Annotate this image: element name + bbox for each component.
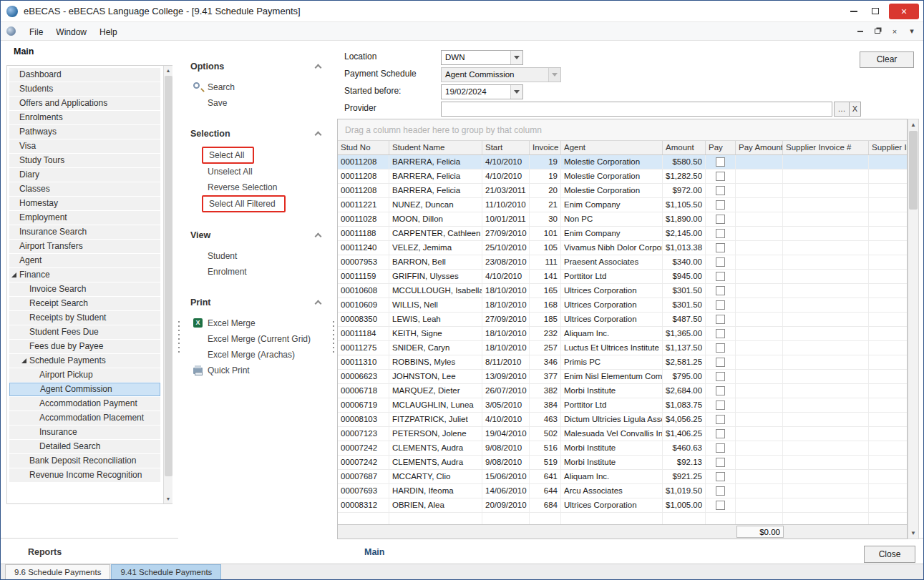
scroll-down-icon[interactable]: ▼ xyxy=(164,494,172,503)
maximize-button[interactable] xyxy=(865,1,886,21)
location-dropdown-button[interactable] xyxy=(510,51,522,64)
scroll-up-icon[interactable]: ▲ xyxy=(164,66,172,75)
sidebar-item-students[interactable]: Students xyxy=(9,82,160,96)
pay-checkbox[interactable] xyxy=(716,415,725,424)
table-row[interactable]: 00006623JOHNSTON, Lee13/09/2010377Enim N… xyxy=(338,370,907,384)
table-row[interactable]: 00011310ROBBINS, Myles8/11/2010346Primis… xyxy=(338,355,907,370)
sidebar-item-airport-transfers[interactable]: Airport Transfers xyxy=(9,240,160,253)
tab-9-41-schedule-payments[interactable]: 9.41 Schedule Payments xyxy=(111,564,221,579)
table-row[interactable]: 00011208BARRERA, Felicia21/03/201120Mole… xyxy=(338,184,907,198)
group-header-view[interactable]: View xyxy=(190,228,331,242)
table-row[interactable]: 00007242CLEMENTS, Audra9/08/2010519Morbi… xyxy=(338,456,907,470)
sidebar-item-diary[interactable]: Diary xyxy=(9,168,160,182)
action-excel-merge-arachas[interactable]: Excel Merge (Arachas) xyxy=(190,347,331,363)
group-header-options[interactable]: Options xyxy=(190,59,331,74)
sidebar-item-bank-deposit-reconciliation[interactable]: Bank Deposit Reconciliation xyxy=(9,454,160,468)
pay-checkbox[interactable] xyxy=(716,443,725,453)
provider-browse-button[interactable]: … xyxy=(834,102,850,117)
group-header-selection[interactable]: Selection xyxy=(190,127,331,141)
action-reverse-selection[interactable]: Reverse Selection xyxy=(190,180,331,195)
scrollbar-thumb[interactable] xyxy=(165,76,172,476)
sidebar-item-employment[interactable]: Employment xyxy=(9,211,160,225)
sidebar-item-agent[interactable]: Agent xyxy=(9,254,160,267)
sidebar-item-accommodation-placement[interactable]: Accommodation Placement xyxy=(9,411,160,425)
table-row[interactable]: 00011221NUNEZ, Duncan11/10/201021Enim Co… xyxy=(338,198,907,212)
action-student[interactable]: Student xyxy=(190,248,331,264)
column-header-amount[interactable]: Amount xyxy=(663,141,706,154)
column-header-pay[interactable]: Pay xyxy=(706,141,736,154)
provider-input[interactable] xyxy=(441,102,832,117)
sidebar-item-detailed-search[interactable]: Detailed Search xyxy=(9,440,160,453)
sidebar-item-classes[interactable]: Classes xyxy=(9,182,160,196)
started-before-select[interactable]: 19/02/2024 xyxy=(441,84,523,99)
sidebar-item-insurance[interactable]: Insurance xyxy=(9,426,160,439)
pay-checkbox[interactable] xyxy=(716,157,725,167)
clear-button[interactable]: Clear xyxy=(860,51,914,68)
sidebar-item-fees-due-by-payee[interactable]: Fees due by Payee xyxy=(9,340,160,353)
action-unselect-all[interactable]: Unselect All xyxy=(190,164,331,180)
pay-checkbox[interactable] xyxy=(716,501,725,510)
sidebar-item-study-tours[interactable]: Study Tours xyxy=(9,154,160,167)
sidebar-item-offers-and-applications[interactable]: Offers and Applications xyxy=(9,97,160,110)
splitter-handle-right[interactable] xyxy=(332,320,335,353)
table-row[interactable]: 00011184KEITH, Signe18/10/2010232Aliquam… xyxy=(338,327,907,341)
table-row[interactable]: 00008103FITZPATRICK, Juliet4/10/2010463D… xyxy=(338,413,907,427)
table-row[interactable]: 00006718MARQUEZ, Dieter26/07/2010382Morb… xyxy=(338,384,907,398)
table-row[interactable]: 00011240VELEZ, Jemima25/10/2010105Vivamu… xyxy=(338,241,907,255)
action-excel-merge[interactable]: XExcel Merge xyxy=(190,315,331,331)
pay-checkbox[interactable] xyxy=(716,172,725,181)
pay-checkbox[interactable] xyxy=(716,272,725,281)
column-header-stud-no[interactable]: Stud No xyxy=(338,141,389,154)
pay-checkbox[interactable] xyxy=(716,458,725,467)
column-header-supplier-inv[interactable]: Supplier Inv xyxy=(869,141,907,154)
tab-9-6-schedule-payments[interactable]: 9.6 Schedule Payments xyxy=(5,564,110,579)
pay-checkbox[interactable] xyxy=(716,400,725,410)
sidebar-item-agent-commission[interactable]: Agent Commission xyxy=(9,383,160,396)
pay-checkbox[interactable] xyxy=(716,372,725,381)
sidebar-item-homestay[interactable]: Homestay xyxy=(9,197,160,210)
sidebar-scrollbar[interactable]: ▲ ▼ xyxy=(163,66,172,503)
table-row[interactable]: 00011208BARRERA, Felicia4/10/201019Moles… xyxy=(338,169,907,184)
pay-checkbox[interactable] xyxy=(716,429,725,438)
action-save[interactable]: Save xyxy=(190,95,331,111)
pay-checkbox[interactable] xyxy=(716,486,725,496)
sidebar-item-visa[interactable]: Visa xyxy=(9,139,160,153)
table-row[interactable]: 00008312OBRIEN, Alea20/09/2010684Ultrice… xyxy=(338,498,907,513)
action-quick-print[interactable]: Quick Print xyxy=(190,363,331,378)
table-row[interactable]: 00008350LEWIS, Leah27/09/2010185Ultrices… xyxy=(338,313,907,327)
sidebar-item-dashboard[interactable]: Dashboard xyxy=(9,68,160,82)
table-row[interactable]: 00010608MCCULLOUGH, Isabella18/10/201016… xyxy=(338,284,907,298)
pay-checkbox[interactable] xyxy=(716,243,725,252)
pay-checkbox[interactable] xyxy=(716,358,725,367)
started-before-dropdown-button[interactable] xyxy=(510,85,522,99)
table-row[interactable]: 00007687MCCARTY, Clio15/06/2010641Aliqua… xyxy=(338,470,907,484)
mdi-close-button[interactable]: × xyxy=(887,25,902,38)
menu-item-help[interactable]: Help xyxy=(93,24,124,40)
pay-checkbox[interactable] xyxy=(716,300,725,310)
splitter-handle-left[interactable] xyxy=(177,320,180,353)
scroll-down-icon[interactable]: ▼ xyxy=(908,528,918,539)
minimize-button[interactable] xyxy=(843,1,865,21)
menu-item-window[interactable]: Window xyxy=(49,24,93,40)
sidebar-item-schedule-payments[interactable]: Schedule Payments xyxy=(9,354,160,368)
table-row[interactable]: 00011159GRIFFIN, Ulysses4/10/2010141Port… xyxy=(338,270,907,284)
table-row[interactable]: 00007693HARDIN, Ifeoma14/06/2010644Arcu … xyxy=(338,484,907,498)
menu-item-file[interactable]: File xyxy=(23,24,49,40)
action-search[interactable]: Search xyxy=(190,79,331,95)
mdi-restore-button[interactable] xyxy=(870,25,885,38)
sidebar-item-receipts-by-student[interactable]: Receipts by Student xyxy=(9,311,160,325)
table-row[interactable]: 00011208BARRERA, Felicia4/10/201019Moles… xyxy=(338,155,907,169)
pay-checkbox[interactable] xyxy=(716,329,725,338)
column-header-student-name[interactable]: Student Name xyxy=(389,141,482,154)
mdi-minimize-button[interactable] xyxy=(853,25,867,38)
action-enrolment[interactable]: Enrolment xyxy=(190,264,331,280)
action-select-all-filtered[interactable]: Select All Filtered xyxy=(190,195,331,212)
pay-checkbox[interactable] xyxy=(716,257,725,267)
pay-checkbox[interactable] xyxy=(716,343,725,353)
table-row[interactable]: 00011028MOON, Dillon10/01/201130Non PC$1… xyxy=(338,212,907,227)
sidebar-item-accommodation-payment[interactable]: Accommodation Payment xyxy=(9,397,160,411)
pay-checkbox[interactable] xyxy=(716,386,725,395)
pay-checkbox[interactable] xyxy=(716,215,725,224)
pay-checkbox[interactable] xyxy=(716,315,725,324)
scroll-up-icon[interactable]: ▲ xyxy=(908,119,918,130)
